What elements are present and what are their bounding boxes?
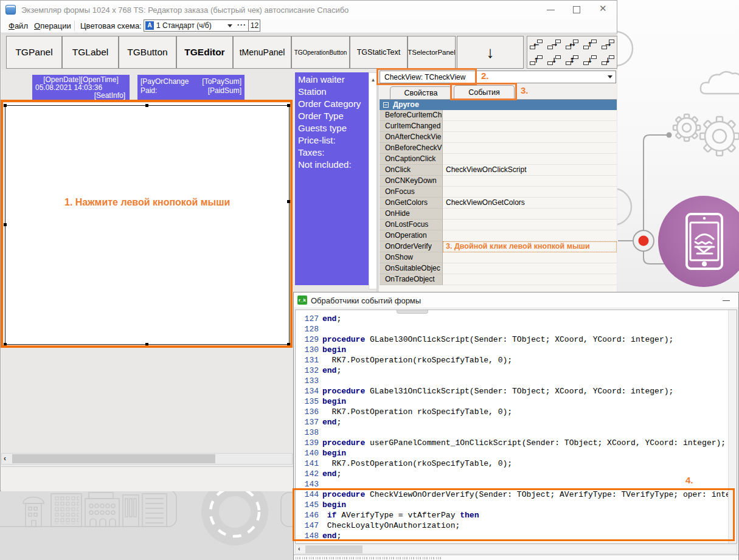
event-value[interactable] [443, 263, 617, 274]
scheme-dropdown-icon[interactable] [227, 24, 232, 30]
event-row[interactable]: OnGetColors CheckViewOnGetColors [380, 198, 617, 209]
event-row[interactable]: OnHide [380, 209, 617, 220]
event-value[interactable] [443, 176, 617, 187]
event-name[interactable]: OnOrderVerify [380, 241, 443, 252]
event-name[interactable]: OnCaptionClick [380, 154, 443, 165]
event-value[interactable]: CheckViewOnGetColors [443, 198, 617, 209]
component-button[interactable]: tMenuPanel [233, 36, 291, 69]
event-value[interactable] [443, 230, 617, 241]
align-down-icon[interactable]: ↓ [545, 52, 563, 68]
order-info-menu-panel[interactable]: Main waiterStationOrder CategoryOrder Ty… [295, 72, 369, 285]
event-row[interactable]: OnOrderVerify 3. Двойной клик левой кноп… [380, 241, 617, 252]
date-panel[interactable]: [OpenDate][OpenTime] 05.08.2021 14:03:36… [32, 75, 130, 100]
event-value[interactable] [443, 110, 617, 121]
event-value[interactable] [443, 121, 617, 132]
object-selector-dropdown-icon[interactable] [605, 71, 616, 83]
event-value[interactable] [443, 209, 617, 220]
align-horizontal-icon[interactable]: ↔ [563, 36, 581, 52]
group-header[interactable]: Другое [380, 100, 617, 110]
event-name[interactable]: OnHide [380, 209, 443, 220]
align-bottom-icon[interactable]: ↓ [599, 52, 617, 68]
component-button[interactable]: TGPanel [6, 36, 62, 69]
align-to-right-icon[interactable]: → [599, 36, 617, 52]
component-button[interactable]: TGLabel [62, 36, 119, 69]
code-line[interactable]: 130begin [296, 345, 727, 355]
event-row[interactable]: OnSuitableObjec [380, 263, 617, 274]
event-row[interactable]: OnAfterCheckVie [380, 132, 617, 143]
code-line[interactable]: 127end; [296, 314, 727, 324]
event-name[interactable]: CurItemChanged [380, 121, 443, 132]
event-value[interactable] [443, 132, 617, 143]
event-name[interactable]: OnLostFocus [380, 220, 443, 230]
minimize-button[interactable] [547, 10, 555, 10]
component-button[interactable]: TGButton [119, 36, 176, 69]
event-row[interactable]: OnCaptionClick [380, 154, 617, 165]
align-right-icon[interactable]: → [545, 36, 563, 52]
event-row[interactable]: CurItemChanged [380, 121, 617, 132]
event-row[interactable]: OnFocus [380, 187, 617, 198]
event-name[interactable]: OnCNKeyDown [380, 176, 443, 187]
code-line[interactable]: 131 RK7.PostOperation(rkoSpecifyTable, 0… [296, 355, 727, 365]
color-scheme-combo[interactable]: A 1 Стандарт (ч/б) ··· 12 [144, 19, 260, 32]
event-value[interactable]: CheckViewOnClickScript [443, 165, 617, 176]
close-button[interactable]: ✕ [599, 3, 607, 14]
code-line[interactable]: 132end; [296, 365, 727, 376]
event-row[interactable]: OnLostFocus [380, 220, 617, 230]
event-value[interactable] [443, 274, 617, 285]
code-line[interactable]: 129procedure GLabel30OnClickScript(Sende… [296, 334, 727, 345]
event-name[interactable]: OnOperation [380, 230, 443, 241]
event-row[interactable]: BeforeCurItemCh [380, 110, 617, 121]
event-row[interactable]: OnBeforeCheckV [380, 143, 617, 154]
event-value[interactable] [443, 154, 617, 165]
event-name[interactable]: OnBeforeCheckV [380, 143, 443, 154]
event-value[interactable] [443, 143, 617, 154]
scroll-left-icon[interactable]: ‹ [4, 454, 6, 463]
event-name[interactable]: OnGetColors [380, 198, 443, 209]
scroll-up-icon[interactable]: ▲ [371, 77, 376, 83]
event-name[interactable]: OnSuitableObjec [380, 263, 443, 274]
handlers-minimize-button[interactable] [723, 300, 730, 301]
menu-operations[interactable]: Операции [34, 21, 71, 30]
align-to-bottom-icon[interactable]: ↓ [581, 52, 598, 68]
event-name[interactable]: OnAfterCheckVie [380, 132, 443, 143]
code-line[interactable]: 138 [296, 427, 727, 438]
scrollbar-thumb[interactable] [12, 454, 215, 463]
event-row[interactable]: OnCNKeyDown [380, 176, 617, 187]
event-row[interactable]: OnClick CheckViewOnClickScript [380, 165, 617, 176]
tab-properties[interactable]: Свойства [390, 86, 452, 99]
event-row[interactable]: OnOperation [380, 230, 617, 241]
collapse-icon[interactable] [383, 102, 389, 108]
code-line[interactable]: 136 RK7.PostOperation rkoSpecifyTable, 0… [296, 407, 727, 417]
code-horizontal-scrollbar[interactable]: ‹ [295, 544, 737, 554]
scroll-left-icon[interactable]: ‹ [298, 545, 300, 552]
design-horizontal-scrollbar[interactable]: ‹ [1, 453, 293, 465]
align-vertical-icon[interactable]: ↕ [563, 52, 581, 68]
code-line[interactable]: 140begin [296, 448, 727, 458]
align-up-icon[interactable]: ↑ [527, 52, 545, 68]
component-button[interactable]: TGOperationButton [291, 36, 350, 69]
code-line[interactable]: 134procedure GLabel31OnClickScript(Sende… [296, 386, 727, 396]
event-row[interactable]: OnShow [380, 252, 617, 263]
scheme-more-button[interactable]: ··· [237, 21, 246, 29]
code-line[interactable]: 137end; [296, 417, 727, 427]
menu-file[interactable]: Файл [9, 21, 28, 30]
event-name[interactable]: BeforeCurItemCh [380, 110, 443, 121]
arrow-tool-button[interactable]: ↓ [457, 36, 524, 69]
event-name[interactable]: OnClick [380, 165, 443, 176]
event-name[interactable]: OnFocus [380, 187, 443, 198]
event-value[interactable] [443, 187, 617, 198]
code-line[interactable]: 139procedure userGPanelComment_1OnClickS… [296, 438, 727, 448]
code-line[interactable]: 141 RK7.PostOperation(rkoSpecifyTable, 0… [296, 458, 727, 469]
event-value[interactable]: 3. Двойной клик левой кнопкой мыши [443, 241, 617, 252]
event-name[interactable]: OnTradeObject [380, 274, 443, 285]
event-value[interactable] [443, 220, 617, 230]
align-left-icon[interactable]: ← [527, 36, 545, 52]
align-top-icon[interactable]: ↑ [581, 36, 598, 52]
font-size-value[interactable]: 12 [249, 21, 260, 30]
code-line[interactable]: 142end; [296, 469, 727, 479]
event-value[interactable] [443, 252, 617, 263]
code-line[interactable]: 128 [296, 324, 727, 334]
event-name[interactable]: OnShow [380, 252, 443, 263]
pay-panel[interactable]: [PayOrChange [ToPaySum] Paid: [PaidSum] [137, 75, 245, 100]
code-line[interactable]: 133 [296, 376, 727, 386]
